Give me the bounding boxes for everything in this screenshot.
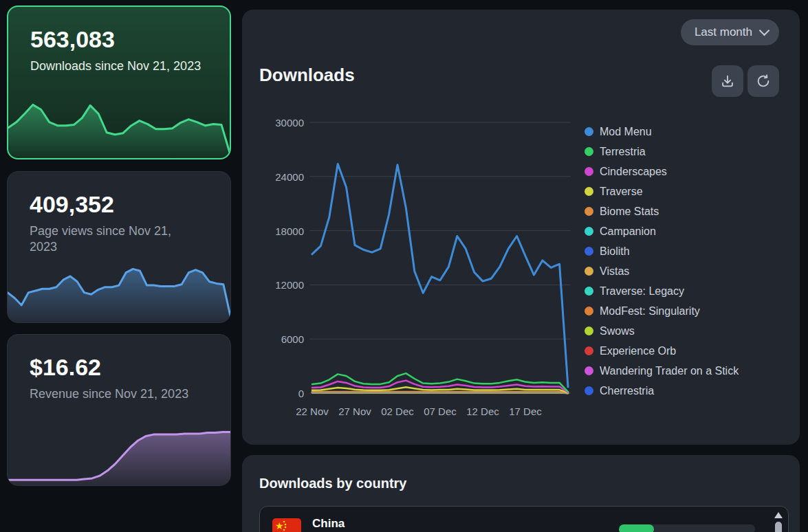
country-progress-bar [619,524,755,532]
refresh-icon [756,74,771,89]
downloads-panel: Last month Downloads 0600012000180002400… [242,10,800,445]
legend-item[interactable]: Experience Orb [585,341,739,361]
legend-item[interactable]: Traverse: Legacy [585,281,739,301]
page-views-total: 409,352 [30,191,208,218]
y-axis-label: 6000 [281,333,304,345]
downloads-chart-x-axis: 22 Nov27 Nov02 Dec07 Dec12 Dec17 Dec [309,406,571,421]
legend-label: Mod Menu [600,126,652,138]
downloads-total: 563,083 [30,26,208,53]
legend-label: Wandering Trader on a Stick [600,365,739,377]
country-name: China [312,517,345,531]
legend-label: Cinderscapes [600,166,667,178]
chevron-down-icon [759,25,770,36]
x-axis-label: 12 Dec [466,406,499,417]
legend-item[interactable]: Traverse [585,181,739,201]
country-list: ★ China [259,506,789,532]
stat-sparkline-2 [8,425,230,485]
legend-dot-icon [585,167,593,176]
x-axis-label: 27 Nov [338,406,371,417]
downloads-panel-title: Downloads [259,65,355,86]
country-panel-title: Downloads by country [259,476,406,491]
legend-dot-icon [585,207,593,216]
analytics-page: 563,083 Downloads since Nov 21, 2023 409… [0,0,808,532]
legend-label: ModFest: Singularity [600,305,700,318]
stat-card-page-views[interactable]: 409,352 Page views since Nov 21, 2023 [7,171,231,323]
legend-label: Terrestria [600,146,646,158]
legend-dot-icon [585,247,593,256]
scrollbar-thumb[interactable] [775,522,782,532]
legend-label: Swows [600,325,635,337]
legend-label: Experience Orb [600,345,676,357]
download-icon [720,74,735,89]
x-axis-label: 22 Nov [296,406,329,417]
scroll-up-arrow-icon[interactable] [774,512,783,518]
revenue-total: $16.62 [30,354,208,381]
date-range-label: Last month [695,25,752,39]
downloads-chart-y-axis: 0600012000180002400030000 [263,115,304,397]
legend-item[interactable]: Swows [585,321,739,341]
stat-card-downloads[interactable]: 563,083 Downloads since Nov 21, 2023 [7,5,231,159]
y-axis-label: 0 [298,388,304,399]
legend-dot-icon [585,147,593,156]
x-axis-label: 07 Dec [424,406,457,417]
x-axis-label: 02 Dec [381,406,414,417]
chart-legend: Mod MenuTerrestriaCinderscapesTraverseBi… [585,122,739,401]
legend-label: Vistas [600,265,629,278]
legend-item[interactable]: Cinderscapes [585,162,739,181]
x-axis-label: 17 Dec [509,406,542,417]
legend-dot-icon [585,267,593,276]
china-flag-icon: ★ [272,518,301,532]
revenue-total-label: Revenue since Nov 21, 2023 [30,386,201,402]
legend-item[interactable]: Mod Menu [585,122,739,142]
country-progress-fill [619,524,654,532]
svg-text:★: ★ [275,520,284,531]
stat-sparkline-0 [8,98,230,158]
legend-dot-icon [585,307,593,315]
legend-item[interactable]: Terrestria [585,142,739,162]
y-axis-label: 30000 [275,117,304,129]
legend-dot-icon [585,326,593,335]
y-axis-label: 24000 [275,171,304,183]
country-list-scrollbar[interactable] [774,511,783,532]
export-chart-button[interactable] [712,65,743,97]
legend-label: Traverse [600,186,643,198]
legend-label: Cherrestria [600,385,654,397]
legend-item[interactable]: Campanion [585,221,739,241]
legend-dot-icon [585,346,593,355]
country-row[interactable]: ★ China [260,507,788,532]
date-range-selector[interactable]: Last month [681,19,779,45]
legend-dot-icon [585,187,593,196]
stat-sparkline-1 [8,262,230,322]
y-axis-label: 18000 [275,225,304,237]
legend-label: Biome Stats [600,206,659,218]
page-views-total-label: Page views since Nov 21, 2023 [30,223,201,256]
legend-dot-icon [585,287,593,296]
legend-label: Campanion [600,225,656,238]
legend-item[interactable]: Cherrestria [585,381,739,401]
legend-item[interactable]: Wandering Trader on a Stick [585,361,739,381]
legend-dot-icon [585,127,593,136]
legend-item[interactable]: Vistas [585,261,739,281]
legend-label: Traverse: Legacy [600,285,684,298]
legend-dot-icon [585,366,593,375]
refresh-chart-button[interactable] [747,65,779,97]
legend-dot-icon [585,386,593,395]
y-axis-label: 12000 [275,279,304,291]
stat-card-revenue[interactable]: $16.62 Revenue since Nov 21, 2023 [7,334,231,486]
legend-label: Biolith [600,245,630,258]
legend-item[interactable]: Biolith [585,241,739,261]
legend-item[interactable]: ModFest: Singularity [585,301,739,321]
downloads-by-country-panel: Downloads by country ★ China [242,455,800,532]
legend-dot-icon [585,227,593,236]
legend-item[interactable]: Biome Stats [585,201,739,221]
downloads-total-label: Downloads since Nov 21, 2023 [30,58,202,74]
downloads-chart-plot [309,115,571,397]
